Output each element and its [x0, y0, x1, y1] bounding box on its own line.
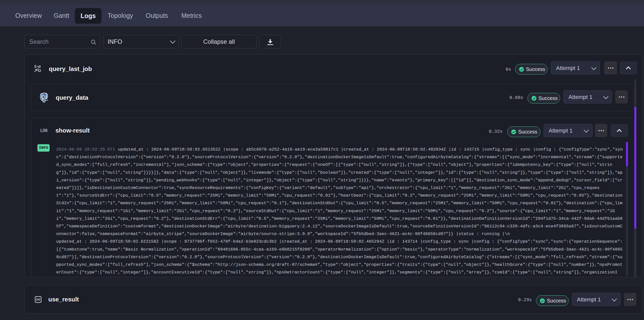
- svg-text:LOG: LOG: [40, 128, 48, 133]
